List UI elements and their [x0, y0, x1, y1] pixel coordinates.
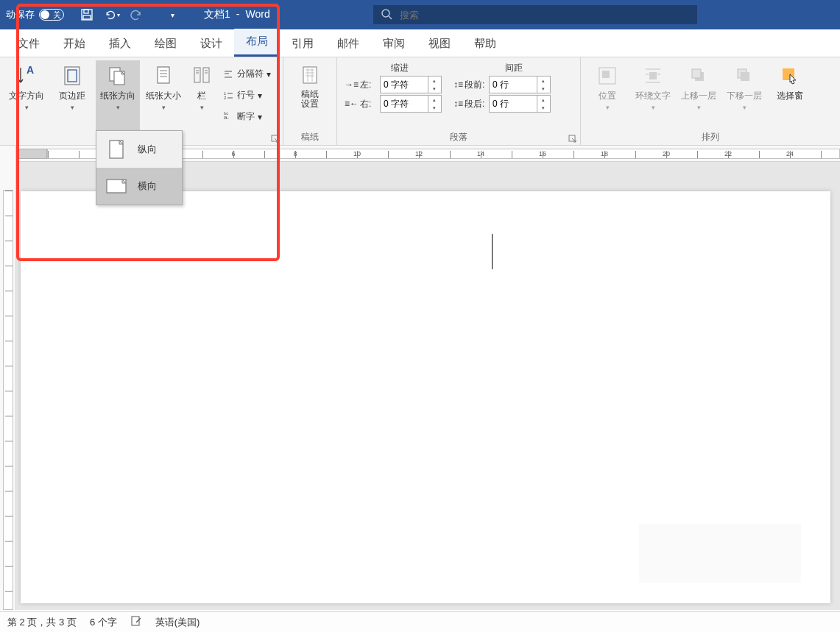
spell-check-icon[interactable]	[130, 615, 142, 629]
orientation-landscape-item[interactable]: 横向	[96, 168, 182, 205]
tab-view[interactable]: 视图	[417, 31, 462, 57]
indent-header: 缩进	[345, 62, 455, 74]
search-icon	[381, 8, 392, 22]
status-words[interactable]: 6 个字	[90, 616, 117, 629]
columns-label: 栏	[197, 90, 206, 102]
autosave-toggle[interactable]: 关	[39, 9, 64, 21]
arrange-group-label: 排列	[585, 130, 836, 143]
spinner-up-icon[interactable]: ▴	[428, 77, 440, 85]
line-numbers-button[interactable]: 12 行号 ▾	[219, 88, 274, 103]
chevron-down-icon: ▾	[162, 104, 166, 111]
group-arrange: 位置 ▾ 环绕文字 ▾ 上移一层 ▾ 下移一层 ▾ 选择窗	[581, 57, 840, 145]
indent-right-input[interactable]: ▴▾	[380, 95, 442, 113]
vertical-ruler[interactable]	[0, 146, 16, 610]
group-paragraph: 缩进 间距 →≡左: ▴▾ ↕≡段前: ▴▾ ≡←右: ▴▾ ↕≡段后: ▴▾	[337, 57, 581, 145]
tab-review[interactable]: 审阅	[371, 31, 417, 57]
tab-insert[interactable]: 插入	[97, 31, 143, 57]
spacing-after-input[interactable]: ▴▾	[489, 95, 551, 113]
undo-icon[interactable]: ▾	[104, 7, 120, 23]
spinner-down-icon[interactable]: ▾	[537, 85, 548, 93]
margins-label: 页边距	[59, 90, 85, 102]
breaks-button[interactable]: 分隔符 ▾	[219, 66, 274, 82]
margins-button[interactable]: 页边距 ▾	[50, 60, 94, 130]
svg-text:A: A	[27, 65, 34, 76]
tab-design[interactable]: 设计	[188, 31, 234, 57]
tab-layout[interactable]: 布局	[234, 29, 280, 57]
save-icon[interactable]	[79, 7, 95, 23]
svg-rect-2	[83, 15, 91, 19]
svg-rect-49	[741, 72, 749, 81]
chevron-down-icon: ▾	[652, 104, 655, 111]
spacing-after-label: ↕≡段后:	[453, 98, 486, 110]
size-icon	[152, 63, 175, 88]
text-direction-label: 文字方向	[9, 90, 44, 102]
page-area[interactable]	[16, 162, 840, 610]
columns-icon	[190, 63, 213, 88]
spinner-up-icon[interactable]: ▴	[428, 96, 440, 104]
line-numbers-icon: 12	[222, 90, 234, 102]
svg-text:2: 2	[224, 96, 227, 100]
columns-button[interactable]: 栏 ▾	[187, 60, 216, 130]
redo-icon[interactable]	[129, 7, 145, 23]
manuscript-button[interactable]: 稿纸 设置	[288, 60, 332, 130]
spinner-up-icon[interactable]: ▴	[537, 96, 548, 104]
tab-file[interactable]: 文件	[6, 31, 52, 57]
send-backward-label: 下移一层	[727, 90, 762, 102]
paragraph-group-label: 段落	[342, 130, 576, 143]
autosave-label: 动保存	[6, 8, 35, 21]
hyphenation-label: 断字	[237, 110, 255, 123]
orientation-portrait-item[interactable]: 纵向	[96, 131, 182, 168]
svg-point-3	[382, 10, 389, 17]
breaks-label: 分隔符	[237, 68, 264, 80]
tab-help[interactable]: 帮助	[462, 31, 508, 57]
status-bar: 第 2 页，共 3 页 6 个字 英语(美国)	[0, 611, 840, 632]
text-cursor	[492, 234, 493, 269]
document-title: 文档1 - Word	[204, 8, 270, 21]
search-box[interactable]	[373, 5, 697, 24]
group-manuscript: 稿纸 设置 稿纸	[283, 57, 337, 145]
indent-right-label: ≡←右:	[345, 98, 377, 110]
hyphenation-button[interactable]: a-bc 断字 ▾	[219, 109, 274, 124]
document-page[interactable]	[21, 191, 830, 603]
svg-rect-40	[602, 71, 610, 78]
title-separator: -	[236, 8, 240, 21]
spacing-before-input[interactable]: ▴▾	[489, 76, 551, 93]
autosave-group: 动保存 关	[0, 0, 70, 29]
search-input[interactable]	[400, 10, 690, 21]
chevron-down-icon: ▾	[743, 104, 747, 111]
text-direction-icon: A	[15, 63, 38, 88]
svg-rect-7	[68, 70, 77, 82]
selection-pane-button[interactable]: 选择窗	[768, 60, 812, 130]
tab-draw[interactable]: 绘图	[143, 31, 188, 57]
spinner-up-icon[interactable]: ▴	[537, 77, 548, 85]
svg-rect-1	[84, 10, 88, 13]
svg-rect-47	[692, 69, 701, 78]
manuscript-icon	[298, 63, 322, 88]
page-setup-dialog-launcher[interactable]	[271, 133, 281, 143]
qat-customize-icon[interactable]: ▾	[164, 7, 180, 23]
status-page[interactable]: 第 2 页，共 3 页	[7, 616, 77, 629]
status-language[interactable]: 英语(美国)	[155, 616, 200, 629]
text-direction-button[interactable]: A 文字方向 ▾	[4, 60, 49, 130]
bring-forward-button[interactable]: 上移一层 ▾	[677, 60, 721, 130]
tab-home[interactable]: 开始	[52, 31, 97, 57]
paragraph-dialog-launcher[interactable]	[568, 133, 579, 143]
spinner-down-icon[interactable]: ▾	[428, 85, 440, 93]
svg-rect-16	[194, 68, 200, 82]
spinner-down-icon[interactable]: ▾	[537, 104, 548, 112]
position-button[interactable]: 位置 ▾	[585, 60, 629, 130]
size-button[interactable]: 纸张大小 ▾	[141, 60, 186, 130]
spacing-before-icon: ↕≡	[453, 79, 463, 90]
selection-pane-icon	[778, 63, 802, 88]
send-backward-button[interactable]: 下移一层 ▾	[722, 60, 766, 130]
landscape-label: 横向	[138, 180, 157, 193]
line-numbers-label: 行号	[237, 89, 255, 102]
tab-mailings[interactable]: 邮件	[325, 31, 371, 57]
wrap-text-button[interactable]: 环绕文字 ▾	[631, 60, 675, 130]
svg-text:bc: bc	[224, 112, 228, 116]
orientation-button[interactable]: 纸张方向 ▾ 纵向 横向	[96, 60, 140, 130]
chevron-down-icon: ▾	[258, 90, 262, 101]
tab-references[interactable]: 引用	[280, 31, 325, 57]
indent-left-input[interactable]: ▴▾	[380, 76, 442, 93]
spinner-down-icon[interactable]: ▾	[428, 104, 440, 112]
